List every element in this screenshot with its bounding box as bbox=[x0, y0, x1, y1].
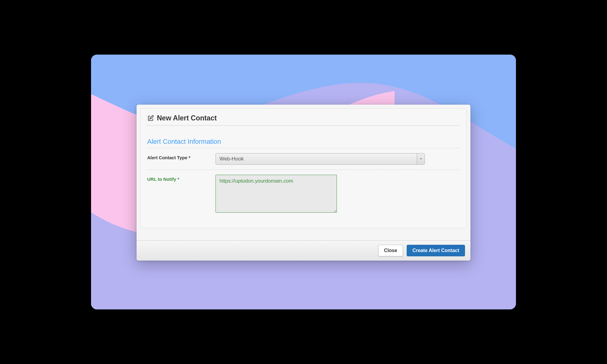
edit-icon bbox=[147, 115, 154, 122]
modal-body-panel: New Alert Contact Alert Contact Informat… bbox=[140, 108, 467, 228]
url-to-notify-input[interactable] bbox=[215, 175, 337, 213]
section-title: Alert Contact Information bbox=[147, 138, 460, 148]
alert-contact-type-select[interactable]: Web-Hook bbox=[215, 153, 425, 165]
close-button[interactable]: Close bbox=[378, 245, 403, 256]
form-row-type: Alert Contact Type * Web-Hook bbox=[147, 148, 460, 170]
create-alert-contact-button[interactable]: Create Alert Contact bbox=[407, 245, 465, 256]
modal-header: New Alert Contact bbox=[147, 114, 460, 126]
new-alert-contact-modal: New Alert Contact Alert Contact Informat… bbox=[137, 105, 470, 261]
select-value: Web-Hook bbox=[216, 153, 417, 164]
chevron-down-icon bbox=[417, 153, 425, 164]
modal-footer: Close Create Alert Contact bbox=[137, 240, 470, 261]
url-label: URL to Notify * bbox=[147, 175, 215, 182]
modal-title: New Alert Contact bbox=[157, 114, 217, 122]
form-row-url: URL to Notify * bbox=[147, 170, 460, 219]
type-label: Alert Contact Type * bbox=[147, 153, 215, 160]
app-frame: New Alert Contact Alert Contact Informat… bbox=[91, 55, 516, 309]
